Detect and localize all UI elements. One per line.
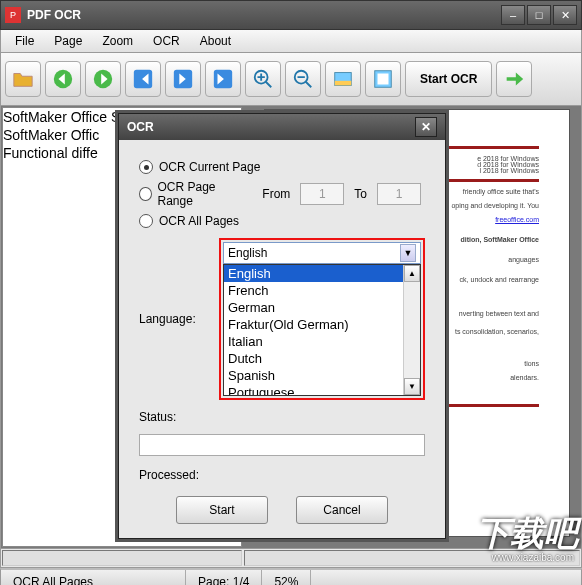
status-page: Page: 1/4 [186, 570, 262, 585]
to-input[interactable] [377, 183, 421, 205]
scroll-down-icon[interactable]: ▼ [404, 378, 420, 395]
left-hscrollbar[interactable] [2, 550, 242, 566]
radio-current-page[interactable]: OCR Current Page [139, 160, 425, 174]
status-label: Status: [139, 410, 211, 424]
hscroll-row [0, 549, 582, 568]
forward-button[interactable] [496, 61, 532, 97]
fit-width-button[interactable] [325, 61, 361, 97]
menu-file[interactable]: File [5, 32, 44, 50]
language-combobox[interactable]: English ▼ [223, 242, 421, 264]
status-mode: OCR All Pages [1, 570, 186, 585]
from-input[interactable] [300, 183, 344, 205]
option-french[interactable]: French [224, 282, 420, 299]
start-ocr-button[interactable]: Start OCR [405, 61, 492, 97]
processed-label: Processed: [139, 468, 425, 482]
radio-icon [139, 160, 153, 174]
menubar: File Page Zoom OCR About [0, 30, 582, 53]
status-bar: OCR All Pages Page: 1/4 52% [0, 568, 582, 585]
radio-icon [139, 187, 152, 201]
option-english[interactable]: English [224, 265, 420, 282]
to-label: To [354, 187, 367, 201]
status-field [139, 434, 425, 456]
status-zoom: 52% [262, 570, 311, 585]
goto-page-button[interactable] [165, 61, 201, 97]
option-spanish[interactable]: Spanish [224, 367, 420, 384]
dialog-title: OCR [127, 120, 154, 134]
svg-rect-9 [378, 74, 389, 85]
option-german[interactable]: German [224, 299, 420, 316]
window-titlebar: P PDF OCR – □ ✕ [0, 0, 582, 30]
dialog-close-button[interactable]: ✕ [415, 117, 437, 137]
option-italian[interactable]: Italian [224, 333, 420, 350]
chevron-down-icon: ▼ [400, 244, 416, 262]
highlight-box: English ▼ English French German Fraktur(… [219, 238, 425, 400]
option-dutch[interactable]: Dutch [224, 350, 420, 367]
dropdown-scrollbar[interactable]: ▲ ▼ [403, 265, 420, 395]
prev-page-button[interactable] [45, 61, 81, 97]
menu-ocr[interactable]: OCR [143, 32, 190, 50]
next-page-button[interactable] [85, 61, 121, 97]
cancel-button[interactable]: Cancel [296, 496, 388, 524]
menu-about[interactable]: About [190, 32, 241, 50]
language-dropdown-list[interactable]: English French German Fraktur(Old German… [223, 264, 421, 396]
open-file-button[interactable] [5, 61, 41, 97]
ocr-dialog: OCR ✕ OCR Current Page OCR Page Range Fr… [118, 113, 446, 539]
language-value: English [228, 246, 267, 260]
language-label: Language: [139, 312, 211, 326]
option-portuguese[interactable]: Portuguese [224, 384, 420, 396]
zoom-in-button[interactable] [245, 61, 281, 97]
radio-all-pages[interactable]: OCR All Pages [139, 214, 425, 228]
radio-icon [139, 214, 153, 228]
fit-page-button[interactable] [365, 61, 401, 97]
app-icon: P [5, 7, 21, 23]
from-label: From [262, 187, 290, 201]
scroll-up-icon[interactable]: ▲ [404, 265, 420, 282]
first-page-button[interactable] [125, 61, 161, 97]
minimize-button[interactable]: – [501, 5, 525, 25]
dialog-titlebar: OCR ✕ [119, 114, 445, 140]
menu-zoom[interactable]: Zoom [92, 32, 143, 50]
close-button[interactable]: ✕ [553, 5, 577, 25]
window-title: PDF OCR [27, 8, 499, 22]
start-button[interactable]: Start [176, 496, 268, 524]
toolbar: Start OCR [0, 53, 582, 106]
zoom-out-button[interactable] [285, 61, 321, 97]
option-fraktur[interactable]: Fraktur(Old German) [224, 316, 420, 333]
radio-page-range[interactable]: OCR Page Range From To [139, 180, 425, 208]
maximize-button[interactable]: □ [527, 5, 551, 25]
right-hscrollbar[interactable] [244, 550, 580, 566]
last-page-button[interactable] [205, 61, 241, 97]
menu-page[interactable]: Page [44, 32, 92, 50]
